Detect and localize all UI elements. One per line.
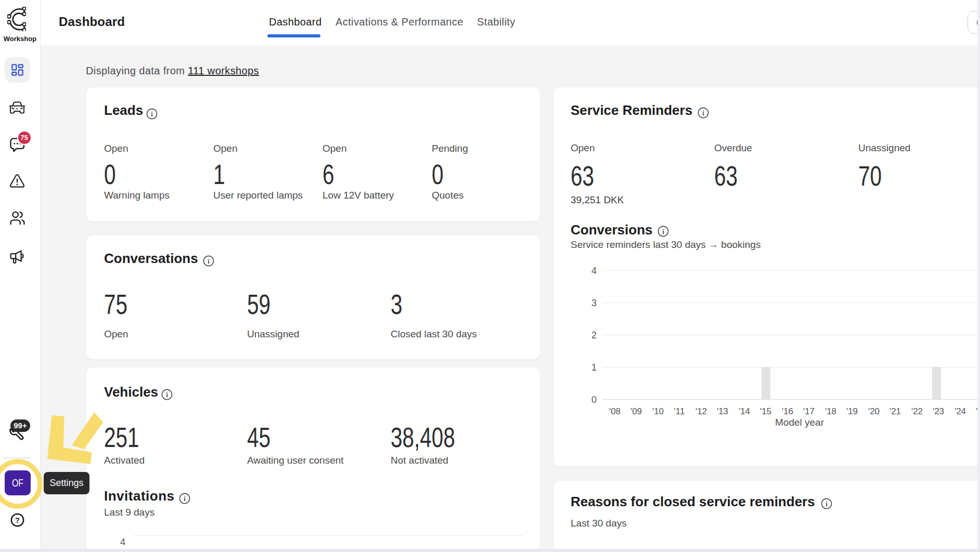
- svg-text:i: i: [702, 109, 704, 117]
- svg-text:i: i: [662, 228, 664, 235]
- svg-text:i: i: [184, 495, 186, 503]
- svg-text:i: i: [151, 110, 153, 118]
- svg-text:i: i: [166, 391, 168, 399]
- svg-text:i: i: [826, 500, 828, 508]
- svg-text:i: i: [208, 257, 210, 265]
